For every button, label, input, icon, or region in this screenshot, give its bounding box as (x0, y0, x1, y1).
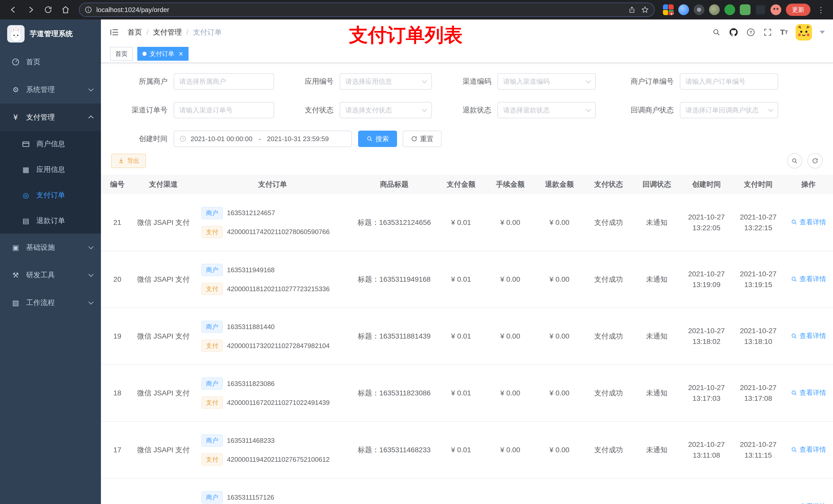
sidebar-item-devtools[interactable]: ⚒ 研发工具 (0, 261, 101, 289)
tools-icon: ⚒ (11, 271, 20, 280)
toggle-search-button[interactable] (787, 153, 802, 169)
font-size-icon[interactable]: TT (780, 28, 788, 37)
site-info-icon[interactable] (85, 6, 92, 14)
extension-icon-1[interactable]: 10 (663, 4, 674, 15)
orders-table: 编号 支付渠道 支付订单 商品标题 支付金额 手续金额 退款金额 支付状态 回调… (101, 175, 833, 504)
fullscreen-icon[interactable] (763, 28, 772, 37)
sidebar-item-refund-order[interactable]: ▤ 退款订单 (0, 208, 101, 234)
export-button[interactable]: 导出 (111, 154, 146, 168)
sidebar-item-pay-order[interactable]: ◎ 支付订单 (0, 182, 101, 208)
url-text[interactable]: localhost:1024/pay/order (96, 6, 169, 14)
cell-pay-order: 商户1635311157126 支付 (193, 478, 352, 504)
extension-icon-5[interactable] (724, 4, 735, 15)
table-row: 20 微信 JSAPI 支付 商户1635311949168 支付4200001… (101, 251, 833, 308)
sidebar-item-infra[interactable]: ▣ 基础设施 (0, 234, 101, 261)
breadcrumb: 首页 / 支付管理 / 支付订单 (127, 27, 222, 37)
view-detail-link[interactable]: 查看详情 (791, 274, 826, 284)
chevron-down-icon (88, 299, 94, 305)
sidebar-item-home[interactable]: 首页 (0, 48, 101, 76)
view-detail-link[interactable]: 查看详情 (791, 388, 826, 397)
date-start[interactable]: 2021-10-01 00:00:00 (191, 135, 252, 143)
flow-icon: ▧ (11, 298, 20, 307)
refund-status-select[interactable]: 请选择退款状态 (497, 102, 596, 118)
view-detail-link[interactable]: 查看详情 (791, 218, 826, 226)
cell-notify-status: 未通知 (633, 365, 680, 422)
cell-create-time: 2021-10-2713:11:08 (680, 422, 733, 478)
help-icon[interactable]: ? (746, 28, 755, 37)
sidebar-item-system[interactable]: ⚙ 系统管理 (0, 76, 101, 103)
browser-update-button[interactable]: 更新 (786, 4, 810, 16)
cell-pay-status: 支付成功 (584, 251, 633, 308)
url-bar[interactable]: localhost:1024/pay/order (79, 3, 655, 17)
cell-amount: ¥ 0.01 (436, 251, 486, 308)
sidebar-item-merchant-info[interactable]: 商户信息 (0, 131, 101, 157)
share-icon[interactable] (628, 6, 636, 14)
sidebar-group-pay: ¥ 支付管理 商户信息 ▦ 应用信息 (0, 103, 101, 234)
pay-status-select[interactable]: 请选择支付状态 (340, 102, 432, 118)
chevron-down-icon (422, 78, 427, 83)
avatar-caret-icon[interactable] (820, 31, 825, 34)
view-detail-link[interactable]: 查看详情 (791, 445, 826, 454)
cell-fee: ¥ 0.00 (486, 365, 535, 422)
cell-create-time (680, 478, 733, 504)
cell-fee: ¥ 0.00 (486, 251, 535, 308)
date-range-picker[interactable]: 2021-10-01 00:00:00 - 2021-10-31 23:59:5… (174, 130, 352, 147)
cell-refund: ¥ 0.00 (535, 194, 584, 251)
cell-pay-time: 2021-10-2713:11:15 (733, 422, 784, 478)
merchant-order-no-field[interactable] (686, 78, 772, 86)
extension-icon-6[interactable] (740, 4, 751, 15)
sidebar-item-workflow[interactable]: ▧ 工作流程 (0, 289, 101, 316)
view-detail-link[interactable]: 查看详情 (791, 331, 826, 340)
merchant-input-field[interactable] (179, 78, 268, 86)
reset-button[interactable]: 重置 (403, 130, 442, 147)
extension-icon-7[interactable] (755, 4, 766, 15)
cell-pay-time (733, 478, 784, 504)
reload-icon[interactable] (41, 3, 55, 17)
cell-refund (535, 478, 584, 504)
tab-home[interactable]: 首页 (110, 47, 133, 61)
sidebar-item-pay[interactable]: ¥ 支付管理 (0, 103, 101, 131)
breadcrumb-home[interactable]: 首页 (127, 27, 142, 37)
chevron-down-icon (586, 107, 591, 112)
bookmark-star-icon[interactable] (641, 6, 649, 14)
home-icon[interactable] (58, 3, 73, 17)
clock-icon (179, 135, 187, 142)
profile-avatar-icon[interactable] (770, 4, 781, 15)
merchant-tag: 商户 (201, 378, 223, 390)
tab-close-icon[interactable]: × (178, 50, 184, 57)
extension-icon-3[interactable] (694, 4, 705, 15)
chevron-down-icon (88, 272, 94, 277)
pay-tag: 支付 (201, 340, 223, 352)
browser-menu-icon[interactable]: ⋮ (815, 5, 827, 14)
app-select[interactable]: 请选择应用信息 (340, 73, 432, 90)
notify-status-select[interactable]: 请选择订单回调商户状态 (680, 102, 778, 118)
cell-title: 标题：1635311949168 (352, 251, 436, 308)
cell-amount: ¥ 0.01 (436, 308, 486, 365)
yen-icon: ¥ (11, 113, 20, 122)
cell-pay-time: 2021-10-2713:19:15 (733, 251, 784, 308)
grid-icon: ▦ (22, 165, 30, 174)
user-avatar[interactable] (795, 24, 812, 41)
search-button[interactable]: 搜索 (358, 130, 397, 147)
extension-icon-2[interactable] (678, 4, 689, 15)
github-icon[interactable] (729, 27, 738, 37)
tab-pay-order[interactable]: 支付订单 × (137, 47, 189, 61)
view-detail-link[interactable]: 查看详情 (791, 502, 826, 504)
forward-icon[interactable] (24, 3, 38, 17)
refresh-button[interactable] (807, 153, 823, 169)
cell-channel (134, 478, 193, 504)
date-end[interactable]: 2021-10-31 23:59:59 (267, 135, 329, 143)
channel-order-no-field[interactable] (179, 106, 268, 114)
sidebar-item-app-info[interactable]: ▦ 应用信息 (0, 157, 101, 182)
cell-action: 查看详情 (784, 194, 833, 251)
search-icon[interactable] (712, 28, 721, 37)
cell-title: 标题：1635312124656 (352, 194, 436, 251)
back-icon[interactable] (6, 3, 21, 17)
channel-code-select[interactable]: 请输入渠道编码 (497, 73, 596, 90)
cell-channel: 微信 JSAPI 支付 (134, 422, 193, 478)
cell-notify-status (633, 478, 680, 504)
cell-notify-status: 未通知 (633, 251, 680, 308)
extension-icon-4[interactable] (709, 4, 720, 15)
breadcrumb-pay[interactable]: 支付管理 (153, 27, 182, 37)
sidebar-collapse-icon[interactable] (109, 27, 119, 38)
